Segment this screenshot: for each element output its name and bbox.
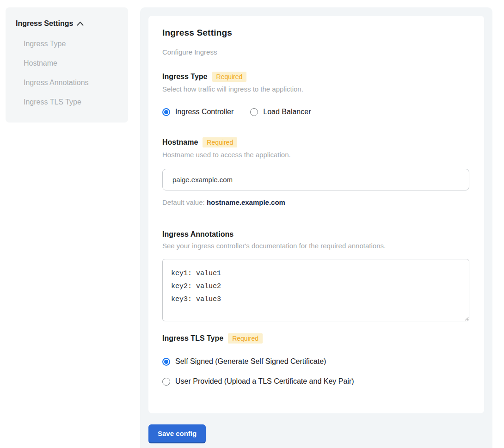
hostname-label: Hostname [162,138,198,147]
annotations-section: Ingress Annotations See your ingress con… [162,230,469,323]
radio-button-icon[interactable] [250,108,258,116]
radio-user-provided[interactable]: User Provided (Upload a TLS Certificate … [162,377,469,386]
required-badge: Required [203,137,237,147]
hostname-section: Hostname Required Hostname used to acces… [162,137,469,206]
page: Ingress Settings Ingress Type Hostname I… [0,0,504,448]
sidebar-section-title: Ingress Settings [16,19,73,28]
annotations-label: Ingress Annotations [162,230,234,239]
save-config-button[interactable]: Save config [148,424,206,443]
sidebar-item-ingress-annotations[interactable]: Ingress Annotations [24,79,119,87]
tls-type-radio-group: Self Signed (Generate Self Signed Certif… [162,357,469,386]
radio-self-signed[interactable]: Self Signed (Generate Self Signed Certif… [162,357,469,366]
radio-label: Load Balancer [263,108,311,116]
sidebar: Ingress Settings Ingress Type Hostname I… [6,7,128,123]
main-panel: Ingress Settings Configure Ingress Ingre… [140,7,492,448]
annotations-textarea[interactable]: key1: value1 key2: value2 key3: value3 [162,259,469,321]
sidebar-item-ingress-tls-type[interactable]: Ingress TLS Type [24,98,119,106]
required-badge: Required [212,72,247,82]
ingress-type-label: Ingress Type [162,73,208,81]
radio-label: User Provided (Upload a TLS Certificate … [175,377,354,386]
radio-load-balancer[interactable]: Load Balancer [250,108,311,116]
tls-type-section: Ingress TLS Type Required Self Signed (G… [162,333,469,386]
default-value-prefix: Default value: [162,198,207,206]
hostname-input[interactable] [162,169,469,190]
radio-button-icon[interactable] [162,108,170,116]
page-title: Ingress Settings [162,28,469,38]
tls-type-label: Ingress TLS Type [162,334,223,343]
page-subtitle: Configure Ingress [162,48,469,56]
radio-ingress-controller[interactable]: Ingress Controller [162,108,234,116]
annotations-description: See your ingress controller's documentat… [162,242,469,250]
required-badge: Required [228,333,263,344]
hostname-default-hint: Default value: hostname.example.com [162,198,469,206]
radio-label: Ingress Controller [175,108,234,116]
ingress-type-radio-group: Ingress Controller Load Balancer [162,108,469,116]
sidebar-item-ingress-type[interactable]: Ingress Type [24,40,119,48]
ingress-type-section: Ingress Type Required Select how traffic… [162,72,469,116]
default-value: hostname.example.com [207,198,285,206]
ingress-type-description: Select how traffic will ingress to the a… [162,85,469,93]
sidebar-section-header[interactable]: Ingress Settings [16,19,119,28]
radio-button-icon[interactable] [162,358,170,366]
hostname-description: Hostname used to access the application. [162,151,469,159]
chevron-up-icon [77,19,84,28]
radio-label: Self Signed (Generate Self Signed Certif… [175,357,326,366]
radio-button-icon[interactable] [162,378,170,386]
ingress-settings-card: Ingress Settings Configure Ingress Ingre… [148,16,484,413]
sidebar-nav: Ingress Type Hostname Ingress Annotation… [16,40,119,106]
sidebar-item-hostname[interactable]: Hostname [24,59,119,68]
